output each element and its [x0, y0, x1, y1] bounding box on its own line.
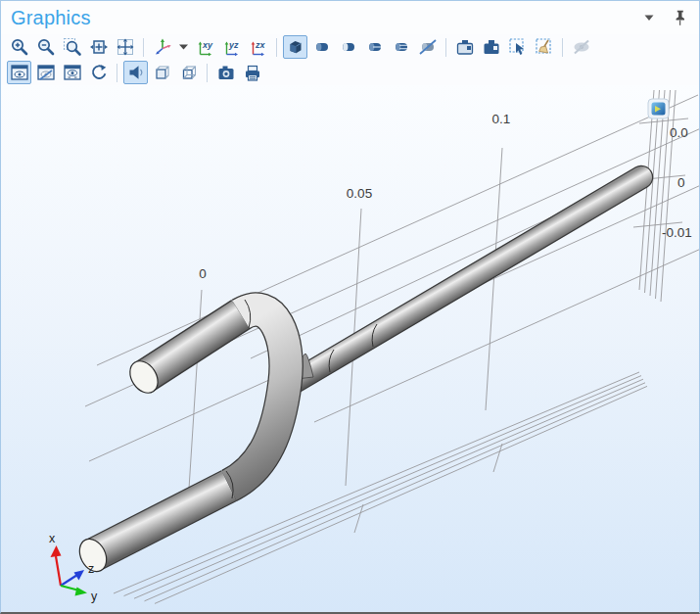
speaker-icon — [126, 63, 146, 82]
hidden-eye-icon — [572, 37, 591, 57]
z-axis-tick-label: 0.0 — [670, 125, 688, 140]
svg-text:zx: zx — [255, 40, 266, 50]
transparency-button[interactable] — [309, 35, 334, 59]
window-menu-button[interactable] — [640, 10, 658, 25]
x-axis-label: x — [49, 532, 56, 545]
toolbar-separator — [207, 64, 208, 82]
scene-light-icon — [286, 37, 305, 57]
cylinder-wireframe-icon — [392, 37, 411, 57]
cylinder-open-icon — [339, 37, 358, 57]
eye-dots-window-icon — [63, 63, 82, 82]
chevron-down-icon — [178, 42, 189, 52]
toolbar-separator — [143, 38, 144, 57]
sound-button[interactable] — [123, 61, 148, 84]
zoom-box-button[interactable] — [60, 35, 84, 59]
z-axis-tick-label: -0.01 — [662, 225, 692, 240]
zoom-selected-icon — [89, 37, 109, 57]
perspective-projection-button[interactable] — [176, 61, 201, 84]
graphics-window: Graphics — [0, 0, 700, 614]
print-button[interactable] — [240, 61, 264, 84]
chevron-down-icon — [642, 12, 656, 24]
plot-overlay-button[interactable] — [648, 99, 669, 118]
zoom-selected-button[interactable] — [86, 35, 111, 59]
toolbar-separator — [276, 38, 277, 57]
show-hidden-button[interactable] — [60, 61, 84, 84]
reset-arrow-icon — [89, 63, 109, 82]
solid-render-button[interactable] — [336, 35, 360, 59]
orthographic-projection-button[interactable] — [150, 61, 174, 84]
scene-light-button[interactable] — [283, 35, 307, 59]
toolbar-separator — [445, 38, 446, 57]
zx-view-button[interactable]: zx — [246, 35, 270, 59]
xy-view-button[interactable]: xy — [193, 35, 217, 59]
y-axis-tick-label: 0.1 — [492, 112, 511, 126]
default-3d-view-icon — [153, 37, 172, 57]
eye-window-icon — [10, 63, 29, 82]
yz-view-icon: yz — [222, 37, 242, 57]
zoom-in-icon — [10, 37, 29, 57]
view-unhidden-button[interactable] — [7, 61, 31, 84]
default-view-button[interactable] — [150, 35, 174, 59]
y-axis-tick-label: 0 — [199, 266, 207, 281]
cylinder-solid-icon — [312, 37, 332, 57]
toolbar-row1: xy yz zx — [1, 34, 699, 60]
select-box-button[interactable] — [505, 35, 530, 59]
zoom-out-icon — [36, 37, 56, 57]
view-hidden-only-button[interactable] — [33, 61, 58, 84]
titlebar: Graphics — [1, 1, 699, 34]
image-snapshot-button[interactable] — [213, 61, 238, 84]
perspective-cube-icon — [179, 63, 199, 82]
zoom-extents-icon — [116, 37, 135, 57]
zoom-out-button[interactable] — [33, 35, 58, 59]
zoom-extents-button[interactable] — [113, 35, 137, 59]
selection-tool-dark-icon — [482, 37, 501, 57]
toolbar-separator — [562, 38, 563, 57]
selection-tool-icon — [455, 37, 475, 57]
y-axis-tick-label: 0.05 — [347, 186, 372, 201]
broom-icon — [535, 37, 554, 57]
edge-render-button[interactable] — [362, 35, 387, 59]
wireframe-render-button[interactable] — [389, 35, 413, 59]
camera-icon — [216, 63, 236, 82]
pin-button[interactable] — [670, 7, 689, 28]
xy-view-icon: xy — [196, 37, 215, 57]
cylinder-crossed-icon — [418, 37, 438, 57]
zoom-box-icon — [63, 37, 82, 57]
toolbar-separator — [117, 64, 117, 82]
reset-hiding-button[interactable] — [86, 61, 111, 84]
remove-from-selection-button[interactable] — [479, 35, 503, 59]
cylinder-edge-icon — [365, 37, 385, 57]
pin-icon — [672, 9, 687, 26]
graphics-viewport[interactable]: 0 0.05 0.1 0.0 0 -0.01 — [1, 85, 699, 612]
window-title: Graphics — [1, 7, 91, 29]
z-axis-tick-label: 0 — [677, 175, 685, 190]
crossed-eye-window-icon — [36, 63, 56, 82]
disable-clipping-button[interactable] — [415, 35, 440, 59]
orthographic-cube-icon — [153, 63, 172, 82]
y-axis-label: y — [91, 590, 98, 603]
view-menu-caret-button[interactable] — [176, 35, 191, 59]
svg-text:yz: yz — [228, 40, 239, 50]
z-axis-label: z — [88, 562, 94, 576]
zoom-in-button[interactable] — [7, 35, 31, 59]
printer-icon — [243, 63, 262, 82]
clear-selection-button[interactable] — [532, 35, 556, 59]
svg-text:xy: xy — [202, 40, 213, 50]
select-box-icon — [508, 37, 528, 57]
hide-selected-button[interactable] — [569, 35, 593, 59]
yz-view-button[interactable]: yz — [219, 35, 244, 59]
zx-view-icon: zx — [249, 37, 268, 57]
add-to-selection-button[interactable] — [452, 35, 477, 59]
toolbar-row2 — [1, 60, 699, 85]
